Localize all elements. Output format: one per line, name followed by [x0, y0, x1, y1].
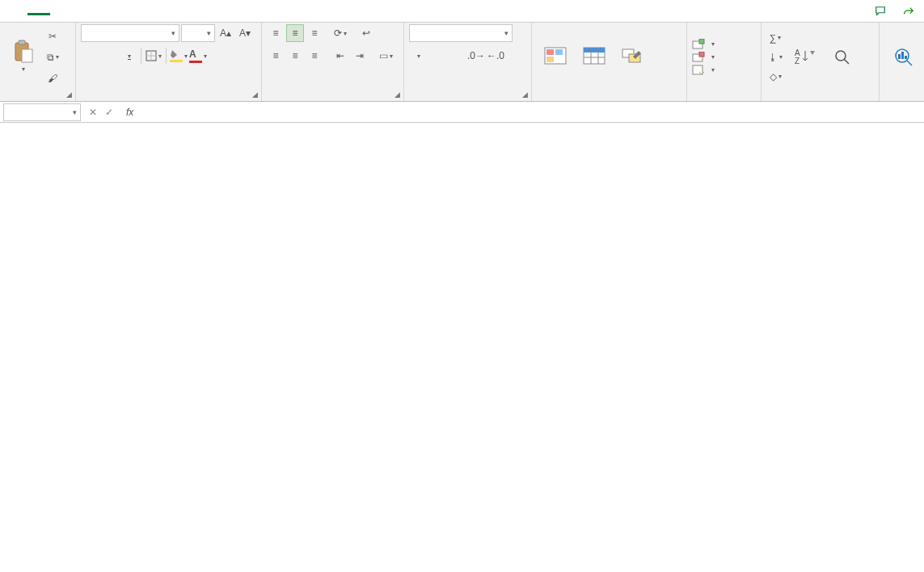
- alignment-launcher[interactable]: ◢: [392, 90, 402, 99]
- format-cells-icon: [692, 65, 705, 76]
- align-bottom-button[interactable]: ≡: [306, 24, 323, 42]
- fill-color-button[interactable]: [170, 47, 188, 65]
- svg-rect-10: [555, 57, 563, 62]
- svg-rect-9: [546, 57, 554, 62]
- font-name-combo[interactable]: ▾: [81, 24, 179, 42]
- sort-filter-button[interactable]: AZ: [786, 44, 823, 71]
- enter-formula-button[interactable]: ✓: [105, 107, 113, 118]
- wrap-text-button[interactable]: ↩: [357, 24, 375, 42]
- conditional-formatting-icon: [542, 45, 568, 68]
- cells-insert-button[interactable]: ▾: [692, 39, 715, 50]
- share-button[interactable]: [898, 6, 919, 17]
- underline-button[interactable]: [120, 47, 137, 65]
- chevron-down-icon: ▾: [73, 108, 77, 116]
- decrease-indent-button[interactable]: ⇤: [331, 47, 349, 65]
- group-cells: ▾ ▾ ▾: [687, 23, 762, 101]
- svg-rect-2: [22, 49, 32, 62]
- decrease-decimal-button[interactable]: ←.0: [487, 47, 504, 65]
- cut-button[interactable]: ✂: [44, 27, 61, 45]
- percent-button[interactable]: [428, 47, 446, 65]
- align-center-button[interactable]: ≡: [286, 47, 304, 65]
- svg-line-31: [907, 61, 912, 65]
- comments-button[interactable]: [866, 3, 898, 19]
- tab-file[interactable]: [5, 8, 27, 14]
- tab-review[interactable]: [141, 8, 163, 14]
- borders-button[interactable]: [145, 47, 162, 65]
- ribbon: ▾ ✂ ⧉ 🖌 ◢ ▾ ▾ A▴ A▾: [0, 23, 924, 102]
- font-size-input[interactable]: [187, 27, 202, 40]
- clipboard-launcher[interactable]: ◢: [64, 90, 74, 99]
- tab-view[interactable]: [163, 8, 186, 14]
- align-middle-button[interactable]: ≡: [286, 24, 304, 42]
- tab-page-layout[interactable]: [73, 8, 95, 14]
- format-painter-button[interactable]: 🖌: [44, 69, 61, 87]
- group-clipboard: ▾ ✂ ⧉ 🖌 ◢: [0, 23, 76, 101]
- merge-center-button[interactable]: ▭: [377, 47, 394, 65]
- font-name-input[interactable]: [86, 27, 167, 40]
- currency-button[interactable]: [409, 47, 427, 65]
- tab-help[interactable]: [186, 8, 209, 14]
- font-color-button[interactable]: A: [189, 47, 207, 65]
- tab-insert[interactable]: [50, 8, 73, 14]
- fill-button[interactable]: ⭳: [766, 48, 784, 66]
- svg-rect-28: [898, 54, 901, 59]
- orientation-button[interactable]: ⟳: [331, 24, 349, 42]
- format-as-table-button[interactable]: [576, 44, 613, 71]
- formula-bar: ▾ ✕ ✓ fx: [0, 102, 924, 123]
- chevron-down-icon: ▾: [205, 29, 213, 37]
- font-size-combo[interactable]: ▾: [181, 24, 215, 42]
- formula-input[interactable]: [140, 106, 924, 118]
- menu-tabs: [0, 0, 924, 23]
- align-top-button[interactable]: ≡: [267, 24, 285, 42]
- align-right-button[interactable]: ≡: [306, 47, 323, 65]
- bold-button[interactable]: [81, 47, 99, 65]
- fill-down-icon: ⭳: [768, 52, 778, 63]
- svg-rect-21: [699, 52, 704, 57]
- cell-styles-button[interactable]: [614, 44, 652, 71]
- copy-button[interactable]: ⧉: [44, 48, 61, 66]
- align-bottom-icon: ≡: [311, 27, 317, 39]
- cells-format-button[interactable]: ▾: [692, 65, 715, 76]
- clear-button[interactable]: ◇: [766, 68, 784, 86]
- italic-button[interactable]: [100, 47, 118, 65]
- cells-delete-button[interactable]: ▾: [692, 52, 715, 63]
- group-number: ▾ .0→ ←.0 ◢: [404, 23, 532, 101]
- group-editing: ∑ ⭳ ◇ AZ: [762, 23, 880, 101]
- font-launcher[interactable]: ◢: [250, 90, 259, 99]
- number-format-combo[interactable]: ▾: [409, 24, 513, 42]
- svg-rect-1: [19, 40, 25, 44]
- autosum-button[interactable]: ∑: [766, 29, 784, 47]
- svg-rect-30: [905, 56, 907, 59]
- tab-data[interactable]: [118, 8, 141, 14]
- paste-button[interactable]: ▾: [5, 39, 42, 75]
- align-right-icon: ≡: [311, 50, 317, 61]
- increase-decimal-button[interactable]: .0→: [467, 47, 485, 65]
- chevron-down-icon: ▾: [503, 29, 510, 37]
- increase-indent-button[interactable]: ⇥: [351, 47, 369, 65]
- align-center-icon: ≡: [292, 50, 297, 61]
- fx-button[interactable]: fx: [120, 107, 140, 118]
- number-format-input[interactable]: [415, 27, 500, 40]
- name-box[interactable]: ▾: [3, 103, 81, 121]
- tab-formulas[interactable]: [95, 8, 118, 14]
- fx-icon: fx: [126, 107, 133, 118]
- decrease-font-button[interactable]: A▾: [236, 24, 254, 42]
- cancel-formula-button[interactable]: ✕: [89, 107, 97, 118]
- conditional-formatting-button[interactable]: [537, 44, 574, 71]
- find-select-button[interactable]: [825, 44, 862, 71]
- increase-font-button[interactable]: A▴: [217, 24, 234, 42]
- analyze-data-button[interactable]: [884, 44, 922, 71]
- svg-rect-8: [555, 49, 563, 55]
- number-launcher[interactable]: ◢: [520, 90, 530, 99]
- svg-line-26: [844, 59, 849, 64]
- x-icon: ✕: [89, 107, 97, 118]
- brush-icon: 🖌: [48, 73, 57, 84]
- comma-style-button[interactable]: [448, 47, 466, 65]
- increase-decimal-icon: .0→: [467, 50, 485, 61]
- decrease-indent-icon: ⇤: [336, 50, 344, 61]
- svg-rect-19: [699, 39, 704, 44]
- align-left-button[interactable]: ≡: [267, 47, 285, 65]
- name-box-input[interactable]: [7, 106, 73, 119]
- increase-font-icon: A▴: [220, 27, 231, 39]
- tab-home[interactable]: [27, 7, 50, 15]
